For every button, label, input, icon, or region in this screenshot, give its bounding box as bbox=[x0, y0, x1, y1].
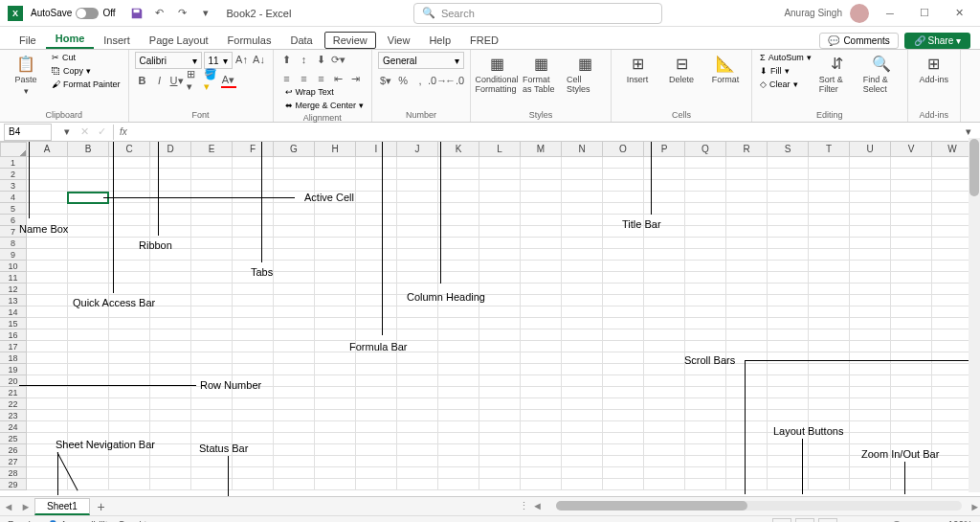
cell[interactable] bbox=[479, 352, 521, 364]
cell[interactable] bbox=[521, 203, 562, 215]
cell[interactable] bbox=[274, 203, 315, 215]
cell[interactable] bbox=[150, 341, 191, 352]
cell[interactable] bbox=[891, 226, 932, 238]
cell[interactable] bbox=[315, 157, 356, 169]
cell[interactable] bbox=[150, 433, 191, 444]
cell[interactable] bbox=[233, 215, 274, 226]
cell[interactable] bbox=[438, 306, 479, 318]
cell[interactable] bbox=[274, 249, 315, 261]
cell[interactable] bbox=[809, 479, 850, 490]
tab-insert[interactable]: Insert bbox=[94, 32, 140, 49]
cell[interactable] bbox=[109, 467, 150, 479]
increase-font-icon[interactable]: A↑ bbox=[234, 52, 250, 67]
cell[interactable] bbox=[109, 421, 150, 433]
cell[interactable] bbox=[726, 226, 768, 238]
cell[interactable] bbox=[233, 398, 274, 410]
cell[interactable] bbox=[233, 444, 274, 456]
delete-cells-button[interactable]: ⊟Delete bbox=[661, 52, 702, 86]
cell[interactable] bbox=[274, 444, 315, 456]
cell[interactable] bbox=[438, 238, 479, 249]
cell[interactable] bbox=[809, 180, 850, 192]
cell[interactable] bbox=[438, 433, 479, 444]
cell[interactable] bbox=[644, 215, 685, 226]
cell[interactable] bbox=[809, 398, 850, 410]
cell[interactable] bbox=[150, 329, 191, 341]
cell[interactable] bbox=[932, 318, 973, 329]
cell[interactable] bbox=[68, 284, 109, 295]
cell[interactable] bbox=[438, 157, 479, 169]
cell[interactable] bbox=[685, 306, 726, 318]
page-layout-view-button[interactable]: ▥ bbox=[795, 518, 814, 523]
cell[interactable] bbox=[891, 341, 932, 352]
cell[interactable] bbox=[438, 284, 479, 295]
cell[interactable] bbox=[479, 272, 521, 284]
cell[interactable] bbox=[68, 444, 109, 456]
row-header[interactable]: 6 bbox=[0, 215, 27, 226]
cell[interactable] bbox=[356, 295, 397, 306]
cell[interactable] bbox=[809, 295, 850, 306]
cell[interactable] bbox=[109, 238, 150, 249]
cell[interactable] bbox=[644, 226, 685, 238]
cell[interactable] bbox=[768, 249, 809, 261]
cell[interactable] bbox=[809, 410, 850, 421]
cell[interactable] bbox=[809, 306, 850, 318]
cell[interactable] bbox=[438, 215, 479, 226]
share-button[interactable]: 🔗 Share ▾ bbox=[904, 33, 970, 49]
cell[interactable] bbox=[685, 467, 726, 479]
cell[interactable] bbox=[809, 261, 850, 272]
cell[interactable] bbox=[932, 364, 973, 375]
cell[interactable] bbox=[233, 226, 274, 238]
cell[interactable] bbox=[397, 157, 438, 169]
cell[interactable] bbox=[356, 318, 397, 329]
cell[interactable] bbox=[726, 192, 768, 203]
cell[interactable] bbox=[479, 479, 521, 490]
cell[interactable] bbox=[438, 180, 479, 192]
cell[interactable] bbox=[397, 421, 438, 433]
cell[interactable] bbox=[850, 444, 891, 456]
cell[interactable] bbox=[274, 215, 315, 226]
cell[interactable] bbox=[479, 433, 521, 444]
cell[interactable] bbox=[233, 410, 274, 421]
cell[interactable] bbox=[274, 421, 315, 433]
cell[interactable] bbox=[850, 203, 891, 215]
cell[interactable] bbox=[233, 387, 274, 398]
cell[interactable] bbox=[150, 180, 191, 192]
cell[interactable] bbox=[356, 238, 397, 249]
cell[interactable] bbox=[27, 364, 68, 375]
cell-styles-button[interactable]: ▦Cell Styles bbox=[565, 52, 605, 96]
cell[interactable] bbox=[891, 318, 932, 329]
cell[interactable] bbox=[397, 284, 438, 295]
cell[interactable] bbox=[315, 467, 356, 479]
cell[interactable] bbox=[68, 352, 109, 364]
cell[interactable] bbox=[603, 238, 644, 249]
row-header[interactable]: 23 bbox=[0, 410, 27, 421]
cell[interactable] bbox=[891, 261, 932, 272]
cell[interactable] bbox=[479, 306, 521, 318]
minimize-button[interactable]: ─ bbox=[877, 0, 903, 27]
cancel-formula-icon[interactable]: ✕ bbox=[77, 125, 92, 140]
cell[interactable] bbox=[603, 387, 644, 398]
cell[interactable] bbox=[68, 238, 109, 249]
row-header[interactable]: 29 bbox=[0, 479, 27, 490]
cell[interactable] bbox=[891, 192, 932, 203]
cell[interactable] bbox=[479, 203, 521, 215]
cell[interactable] bbox=[603, 192, 644, 203]
cell[interactable] bbox=[191, 180, 233, 192]
cell[interactable] bbox=[768, 479, 809, 490]
cell[interactable] bbox=[932, 329, 973, 341]
cell[interactable] bbox=[850, 329, 891, 341]
cell[interactable] bbox=[603, 169, 644, 180]
cell[interactable] bbox=[109, 215, 150, 226]
cell[interactable] bbox=[397, 433, 438, 444]
cell[interactable] bbox=[768, 226, 809, 238]
cell[interactable] bbox=[603, 272, 644, 284]
cell[interactable] bbox=[315, 341, 356, 352]
cell[interactable] bbox=[479, 387, 521, 398]
currency-icon[interactable]: $▾ bbox=[378, 73, 393, 88]
cell[interactable] bbox=[479, 215, 521, 226]
tab-page-layout[interactable]: Page Layout bbox=[140, 32, 218, 49]
cell[interactable] bbox=[603, 284, 644, 295]
cell[interactable] bbox=[109, 249, 150, 261]
cell[interactable] bbox=[479, 169, 521, 180]
cell[interactable] bbox=[562, 456, 603, 467]
